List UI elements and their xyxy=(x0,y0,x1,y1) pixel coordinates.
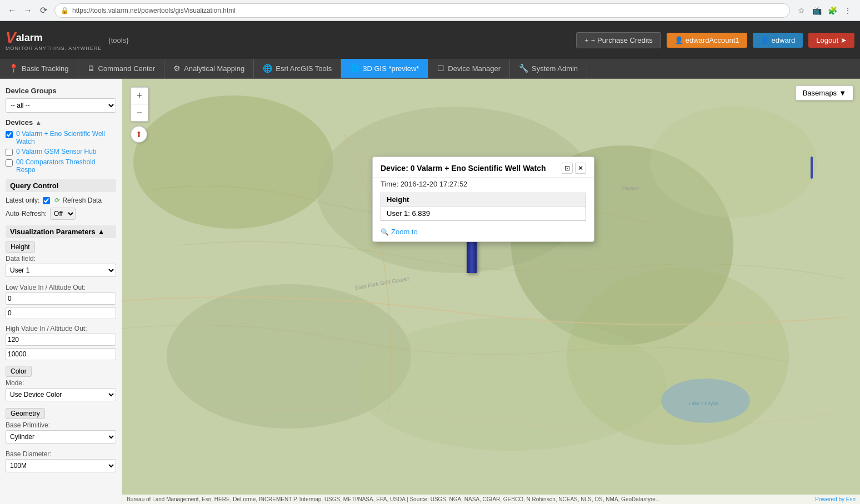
nav-tabs: 📍 Basic Tracking 🖥 Command Center ⚙ Anal… xyxy=(0,59,860,79)
device-groups-select[interactable]: -- all -- xyxy=(6,98,116,113)
popup-close-button[interactable]: ✕ xyxy=(575,163,586,174)
device-1-checkbox[interactable] xyxy=(6,131,13,138)
tab-device-manager[interactable]: ☐ Device Manager xyxy=(428,59,510,78)
user2-button[interactable]: 👤 edward xyxy=(753,33,803,48)
device-groups-title: Device Groups xyxy=(6,87,116,95)
geometry-section-button[interactable]: Geometry xyxy=(6,408,45,419)
popup-data-table: Height User 1: 6.839 xyxy=(381,193,586,221)
powered-by-text: Powered by Esri xyxy=(815,496,856,502)
browser-actions: ☆ 📺 🧩 ⋮ xyxy=(794,4,854,17)
system-admin-label: System Admin xyxy=(532,64,578,73)
vis-params-title[interactable]: Visualization Parameters ▲ xyxy=(6,225,116,238)
purchase-credits-button[interactable]: + + Purchase Credits xyxy=(576,32,661,48)
color-mode-select[interactable]: Use Device Color Custom Color Gradient xyxy=(6,388,116,401)
color-section-button[interactable]: Color xyxy=(6,366,32,377)
low-alt-input[interactable] xyxy=(6,307,116,319)
svg-text:Payson: Payson xyxy=(622,185,639,191)
secondary-marker xyxy=(811,157,813,179)
refresh-button[interactable]: ⟳ xyxy=(37,4,50,17)
map-background: Lake Canyon East Fork Golf Course Payson… xyxy=(122,79,860,504)
cast-button[interactable]: 📺 xyxy=(810,4,823,17)
esri-icon: 🌐 xyxy=(263,64,272,73)
auto-refresh-select[interactable]: Off 30s 1m 5m xyxy=(50,208,76,220)
base-diameter-select[interactable]: 100M 200M 500M 1KM xyxy=(6,459,116,472)
query-control-title[interactable]: Query Control xyxy=(6,179,116,192)
device-3-link[interactable]: 00 Comparators Threshold Respo xyxy=(16,158,116,174)
logo-alarm: alarm xyxy=(16,32,43,44)
tab-esri-arcgis[interactable]: 🌐 Esri ArcGIS Tools xyxy=(254,59,341,78)
svg-text:Lake Canyon: Lake Canyon xyxy=(689,401,718,406)
account1-button[interactable]: 👤 edwardAccount1 xyxy=(667,33,747,48)
attribution-text: Bureau of Land Management, Esri, HERE, D… xyxy=(127,496,660,502)
device-manager-icon: ☐ xyxy=(437,64,444,73)
auto-refresh-row: Auto-Refresh: Off 30s 1m 5m xyxy=(6,208,116,220)
basemaps-button[interactable]: Basemaps ▼ xyxy=(796,85,853,100)
zoom-out-button[interactable]: − xyxy=(131,104,148,121)
high-in-input[interactable] xyxy=(6,334,116,346)
bookmark-button[interactable]: ☆ xyxy=(794,4,808,17)
refresh-data-button[interactable]: ⟳ Refresh Data xyxy=(53,195,103,205)
user1-icon: 👤 xyxy=(674,36,683,44)
latest-only-row: Latest only: ⟳ Refresh Data xyxy=(6,195,116,205)
compass-icon: ⬆ xyxy=(136,130,142,139)
svg-point-7 xyxy=(567,268,789,445)
sidebar: Device Groups -- all -- Devices ▲ 0 Vala… xyxy=(0,79,122,504)
logout-label: Logout xyxy=(816,36,838,44)
extensions-button[interactable]: 🧩 xyxy=(826,4,839,17)
base-diameter-label: Base Diameter: xyxy=(6,450,116,458)
3d-gis-label: 3D GIS *preview* xyxy=(363,64,419,73)
zoom-to-label: Zoom to xyxy=(391,228,418,236)
base-primitive-select[interactable]: Cylinder Box Sphere xyxy=(6,430,116,443)
device-1-link[interactable]: 0 Valarm + Eno Scientific Well Watch xyxy=(16,130,116,145)
logout-button[interactable]: Logout ➤ xyxy=(808,33,854,48)
logout-icon: ➤ xyxy=(841,36,847,44)
plus-icon: + xyxy=(584,36,589,44)
url-text: https://tools.valarm.net/powertools/gisV… xyxy=(72,7,236,14)
device-2-checkbox[interactable] xyxy=(6,149,13,156)
zoom-in-button[interactable]: + xyxy=(131,88,148,104)
popup-resize-button[interactable]: ⊡ xyxy=(562,163,573,174)
vis-params-label: Visualization Parameters xyxy=(10,228,96,236)
tab-analytical-mapping[interactable]: ⚙ Analytical Mapping xyxy=(164,59,254,78)
logo-area: V alarm MONITOR ANYTHING, ANYWHERE {tool… xyxy=(6,29,129,51)
browser-nav: ← → ⟳ xyxy=(6,4,50,17)
tab-3d-gis[interactable]: 🌐 3D GIS *preview* xyxy=(341,59,428,78)
popup-time: Time: 2016-12-20 17:27:52 xyxy=(373,178,594,193)
address-bar[interactable]: 🔒 https://tools.valarm.net/powertools/gi… xyxy=(54,3,790,18)
basic-tracking-label: Basic Tracking xyxy=(22,64,69,73)
logo-tagline: MONITOR ANYTHING, ANYWHERE xyxy=(6,46,102,51)
refresh-label: Refresh Data xyxy=(62,196,102,204)
devices-collapse-icon[interactable]: ▲ xyxy=(35,119,42,127)
popup-header: Device: 0 Valarm + Eno Scientific Well W… xyxy=(373,157,594,178)
user1-label: edwardAccount1 xyxy=(686,36,739,44)
forward-button[interactable]: → xyxy=(21,4,34,17)
basemaps-chevron-icon: ▼ xyxy=(839,89,846,97)
popup-zoom-link[interactable]: 🔍 Zoom to xyxy=(373,225,594,241)
device-manager-label: Device Manager xyxy=(448,64,501,73)
user2-label: edward xyxy=(772,36,796,44)
refresh-icon: ⟳ xyxy=(54,196,60,204)
map-area[interactable]: Lake Canyon East Fork Golf Course Payson… xyxy=(122,79,860,504)
analytical-mapping-label: Analytical Mapping xyxy=(184,64,244,73)
data-field-select[interactable]: User 1 User 2 Temperature xyxy=(6,264,116,277)
tab-basic-tracking[interactable]: 📍 Basic Tracking xyxy=(0,59,78,78)
devices-label: Devices xyxy=(6,118,33,127)
device-3-checkbox[interactable] xyxy=(6,159,13,167)
map-zoom-controls: + − xyxy=(131,87,148,122)
tab-system-admin[interactable]: 🔧 System Admin xyxy=(510,59,587,78)
base-primitive-label: Base Primitive: xyxy=(6,421,116,429)
menu-button[interactable]: ⋮ xyxy=(841,4,854,17)
map-attribution: Bureau of Land Management, Esri, HERE, D… xyxy=(122,495,860,504)
low-in-input[interactable] xyxy=(6,293,116,305)
low-value-row: Low Value In / Altitude Out: xyxy=(6,284,116,321)
tab-command-center[interactable]: 🖥 Command Center xyxy=(78,59,165,78)
analytical-mapping-icon: ⚙ xyxy=(173,64,181,73)
latest-only-checkbox[interactable] xyxy=(43,197,50,204)
compass-button[interactable]: ⬆ xyxy=(131,126,147,143)
height-section-button[interactable]: Height xyxy=(6,241,35,253)
device-2-link[interactable]: 0 Valarm GSM Sensor Hub xyxy=(16,148,97,155)
back-button[interactable]: ← xyxy=(6,4,19,17)
popup-table-header: Height xyxy=(381,193,586,206)
high-alt-input[interactable] xyxy=(6,348,116,360)
secure-icon: 🔒 xyxy=(61,7,69,14)
